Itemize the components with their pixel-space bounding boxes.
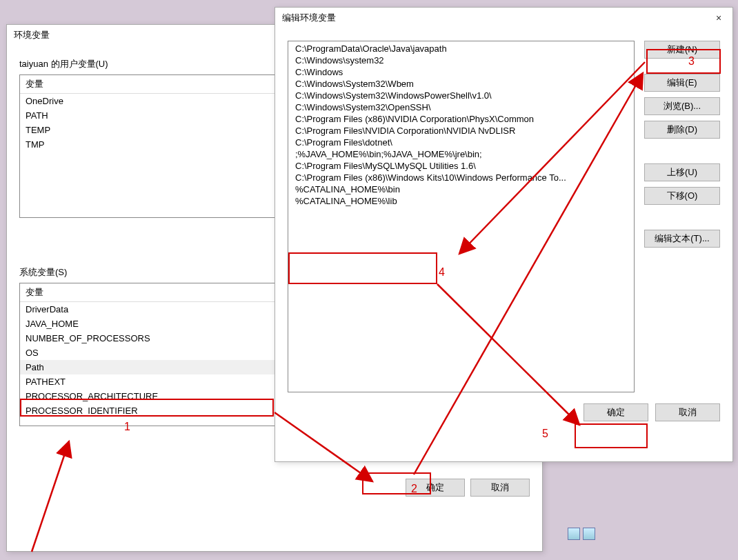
var-name: PROCESSOR_IDENTIFIER [20,403,300,418]
browse-button[interactable]: 浏览(B)... [644,97,720,115]
list-item[interactable]: %CATALINA_HOME%\bin [288,183,634,195]
env-ok-cancel-row: 确定 取消 [19,479,530,497]
delete-entry-button[interactable]: 删除(D) [644,121,720,139]
var-name: PATH [20,108,300,123]
edit-env-var-dialog: 编辑环境变量 × C:\ProgramData\Oracle\Java\java… [275,7,733,462]
tray-icon-2[interactable] [583,528,595,540]
move-up-button[interactable]: 上移(U) [644,163,720,181]
var-name: OneDrive [20,94,300,109]
taskbar-tray [568,528,595,540]
var-name: JAVA_HOME [20,317,300,331]
close-icon[interactable]: × [705,8,732,28]
edit-ok-cancel-row: 确定 取消 [288,403,720,421]
var-name: TEMP [20,123,300,137]
list-item[interactable]: C:\Windows\System32\OpenSSH\ [288,101,634,113]
col-var[interactable]: 变量 [20,75,300,94]
var-name: TMP [20,137,300,152]
edit-title: 编辑环境变量 [282,8,336,28]
var-name: NUMBER_OF_PROCESSORS [20,331,300,346]
side-button-column: 新建(N) 编辑(E) 浏览(B)... 删除(D) 上移(U) 下移(O) 编… [644,41,720,392]
var-name: DriverData [20,302,300,317]
move-down-button[interactable]: 下移(O) [644,187,720,205]
list-item[interactable]: %CATALINA_HOME%\lib [288,195,634,207]
list-item[interactable]: C:\Program Files\MySQL\MySQL Utilities 1… [288,160,634,172]
col-var-s[interactable]: 变量 [20,283,300,302]
var-name: PROCESSOR_ARCHITECTURE [20,389,300,403]
env-title: 环境变量 [14,25,50,46]
edit-entry-button[interactable]: 编辑(E) [644,74,720,92]
list-item[interactable]: C:\Windows\system32 [288,54,634,66]
list-item[interactable]: C:\Program Files\dotnet\ [288,137,634,148]
list-item[interactable]: C:\Program Files (x86)\NVIDIA Corporatio… [288,113,634,125]
tray-icon-1[interactable] [568,528,580,540]
var-name: Path [20,360,300,374]
list-item[interactable]: C:\Windows\System32\Wbem [288,78,634,90]
edit-ok-button[interactable]: 确定 [584,403,648,421]
edit-text-button[interactable]: 编辑文本(T)... [644,230,720,248]
list-item[interactable]: ;%JAVA_HOME%\bin;%JAVA_HOME%\jre\bin; [288,148,634,160]
env-ok-button[interactable]: 确定 [406,479,465,497]
list-item[interactable]: C:\Windows\System32\WindowsPowerShell\v1… [288,90,634,101]
list-item[interactable]: C:\Program Files (x86)\Windows Kits\10\W… [288,172,634,183]
env-cancel-button[interactable]: 取消 [470,479,530,497]
edit-cancel-button[interactable]: 取消 [655,403,720,421]
list-item[interactable]: C:\Windows [288,66,634,78]
list-item[interactable]: C:\ProgramData\Oracle\Java\javapath [288,43,634,54]
new-entry-button[interactable]: 新建(N) [644,41,720,59]
path-entries-list[interactable]: C:\ProgramData\Oracle\Java\javapathC:\Wi… [288,41,635,392]
edit-titlebar: 编辑环境变量 × [275,8,732,28]
var-name: OS [20,346,300,360]
var-name: PATHEXT [20,374,300,389]
list-item[interactable]: C:\Program Files\NVIDIA Corporation\NVID… [288,125,634,137]
